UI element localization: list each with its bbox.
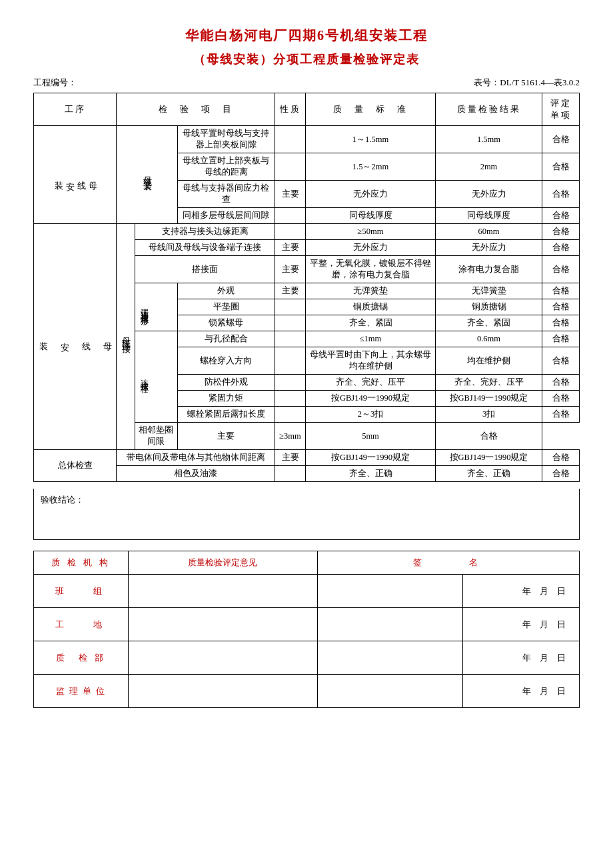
page-title: 华能白杨河电厂四期6号机组安装工程 bbox=[33, 27, 580, 45]
col-header-standard: 质 量 标 准 bbox=[306, 93, 436, 126]
sub2-bolt: 连接螺栓 bbox=[135, 331, 178, 423]
nature-cell: 主要 bbox=[275, 450, 306, 466]
sign-label-gongdi: 工 地 bbox=[34, 608, 129, 641]
sign-row-banzhu: 班 组 年 月 日 bbox=[34, 575, 580, 608]
standard-cell: ≥3mm bbox=[275, 423, 306, 450]
standard-cell: ≥50mm bbox=[306, 224, 436, 240]
item-text: 同相多层母线层间间隙 bbox=[177, 208, 275, 224]
result-cell: 无外应力 bbox=[436, 181, 542, 208]
sign-label-jianli: 监 理 单 位 bbox=[34, 675, 129, 708]
standard-cell: 铜质搪锡 bbox=[306, 299, 436, 315]
rating-cell: 合格 bbox=[542, 407, 580, 423]
result-cell: 均在维护侧 bbox=[436, 347, 542, 375]
process-busbar-connect: 母线安装 bbox=[34, 224, 117, 450]
nature-cell: 主要 bbox=[275, 283, 306, 299]
nature-cell bbox=[275, 299, 306, 315]
nature-cell bbox=[275, 126, 306, 153]
page-subtitle: （母线安装）分项工程质量检验评定表 bbox=[33, 51, 580, 67]
standard-cell: 无弹簧垫 bbox=[306, 283, 436, 299]
rating-cell: 合格 bbox=[542, 126, 580, 153]
result-cell: 齐全、完好、压平 bbox=[436, 375, 542, 391]
nature-cell bbox=[275, 391, 306, 407]
result-cell: 3扣 bbox=[436, 407, 542, 423]
col-header-item: 检 验 项 目 bbox=[117, 93, 275, 126]
item-text: 锁紧螺母 bbox=[177, 315, 275, 331]
sign-opinion-jianli bbox=[128, 675, 317, 708]
sign-name-jianli bbox=[317, 675, 462, 708]
item-text: 外观 bbox=[177, 283, 275, 299]
standard-cell: 2～3扣 bbox=[306, 407, 436, 423]
rating-cell: 合格 bbox=[542, 375, 580, 391]
nature-cell bbox=[275, 466, 306, 482]
item-text: 支持器与接头边缘距离 bbox=[135, 224, 275, 240]
sign-label-zhibu: 质 检 部 bbox=[34, 641, 129, 675]
col-header-process: 工序 bbox=[34, 93, 117, 126]
sign-row-jianli: 监 理 单 位 年 月 日 bbox=[34, 675, 580, 708]
sign-table: 质 检 机 构 质量检验评定意见 签 名 班 组 年 月 日 工 地 年 月 日… bbox=[33, 551, 580, 708]
process-general-check: 总体检查 bbox=[34, 450, 117, 482]
acceptance-area: 验收结论： bbox=[33, 489, 580, 540]
process-busbar-install: 母线安装 bbox=[34, 126, 117, 224]
rating-cell: 合格 bbox=[542, 466, 580, 482]
sign-header-row: 质 检 机 构 质量检验评定意见 签 名 bbox=[34, 551, 580, 575]
rating-cell: 合格 bbox=[542, 181, 580, 208]
nature-cell bbox=[275, 347, 306, 375]
sign-date-jianli: 年 月 日 bbox=[463, 675, 580, 708]
nature-cell: 主要 bbox=[275, 256, 306, 283]
rating-cell: 合格 bbox=[542, 391, 580, 407]
sign-date-zhibu: 年 月 日 bbox=[463, 641, 580, 675]
acceptance-label: 验收结论： bbox=[41, 495, 84, 505]
table-row: 母线安装 母线安装 母线平置时母线与支持器上部夹板间隙 1～1.5mm 1.5m… bbox=[34, 126, 580, 153]
sign-col-signature: 签 名 bbox=[317, 551, 579, 575]
sign-opinion-banzhu bbox=[128, 575, 317, 608]
item-text: 相色及油漆 bbox=[117, 466, 275, 482]
nature-cell bbox=[275, 331, 306, 347]
standard-cell: 无外应力 bbox=[306, 240, 436, 256]
sub2-terminal: 端子连接与螺杆形 bbox=[135, 283, 178, 331]
rating-cell: 合格 bbox=[436, 423, 542, 450]
rating-cell: 合格 bbox=[542, 315, 580, 331]
result-cell: 无弹簧垫 bbox=[436, 283, 542, 299]
sign-label-banzhu: 班 组 bbox=[34, 575, 129, 608]
result-cell: 2mm bbox=[436, 153, 542, 181]
rating-cell: 合格 bbox=[542, 153, 580, 181]
standard-cell: 齐全、完好、压平 bbox=[306, 375, 436, 391]
sign-date-banzhu: 年 月 日 bbox=[463, 575, 580, 608]
table-header-row: 工序 检 验 项 目 性质 质 量 标 准 质量检验结果 评定单项 bbox=[34, 93, 580, 126]
result-cell: 齐全、紧固 bbox=[436, 315, 542, 331]
nature-cell: 主要 bbox=[177, 423, 275, 450]
rating-cell: 合格 bbox=[542, 450, 580, 466]
nature-cell bbox=[275, 153, 306, 181]
result-cell: 涂有电力复合脂 bbox=[436, 256, 542, 283]
col-header-rating: 评定单项 bbox=[542, 93, 580, 126]
table-row: 总体检查 带电体间及带电体与其他物体间距离 主要 按GBJ149一1990规定 … bbox=[34, 450, 580, 466]
sign-col-org: 质 检 机 构 bbox=[34, 551, 129, 575]
item-text: 带电体间及带电体与其他物体间距离 bbox=[117, 450, 275, 466]
sign-name-zhibu bbox=[317, 641, 462, 675]
result-cell: 同母线厚度 bbox=[436, 208, 542, 224]
item-text: 平垫圈 bbox=[177, 299, 275, 315]
standard-cell: 平整，无氧化膜，镀银层不得锉磨，涂有电力复合脂 bbox=[306, 256, 436, 283]
result-cell: 按GBJ149一1990规定 bbox=[436, 391, 542, 407]
nature-cell: 主要 bbox=[275, 181, 306, 208]
standard-cell: 1.5～2mm bbox=[306, 153, 436, 181]
item-text: 母线与支持器间应力检查 bbox=[177, 181, 275, 208]
sign-opinion-zhibu bbox=[128, 641, 317, 675]
item-text: 相邻垫圈间限 bbox=[135, 423, 178, 450]
item-text: 搭接面 bbox=[135, 256, 275, 283]
acceptance-section: 验收结论： 质 检 机 构 质量检验评定意见 签 名 班 组 年 月 日 工 地… bbox=[33, 489, 580, 708]
rating-cell: 合格 bbox=[542, 256, 580, 283]
item-text: 母线间及母线与设备端子连接 bbox=[135, 240, 275, 256]
sign-date-gongdi: 年 月 日 bbox=[463, 608, 580, 641]
rating-cell: 合格 bbox=[542, 240, 580, 256]
standard-cell: 无外应力 bbox=[306, 181, 436, 208]
nature-cell: 主要 bbox=[275, 240, 306, 256]
item-text: 螺栓穿入方向 bbox=[177, 347, 275, 375]
item-text: 与孔径配合 bbox=[177, 331, 275, 347]
sign-col-opinion: 质量检验评定意见 bbox=[128, 551, 317, 575]
rating-cell: 合格 bbox=[542, 283, 580, 299]
result-cell: 5mm bbox=[306, 423, 436, 450]
standard-cell: 母线平置时由下向上，其余螺母均在维护侧 bbox=[306, 347, 436, 375]
result-cell: 铜质搪锡 bbox=[436, 299, 542, 315]
standard-cell: 按GBJ149一1990规定 bbox=[306, 391, 436, 407]
